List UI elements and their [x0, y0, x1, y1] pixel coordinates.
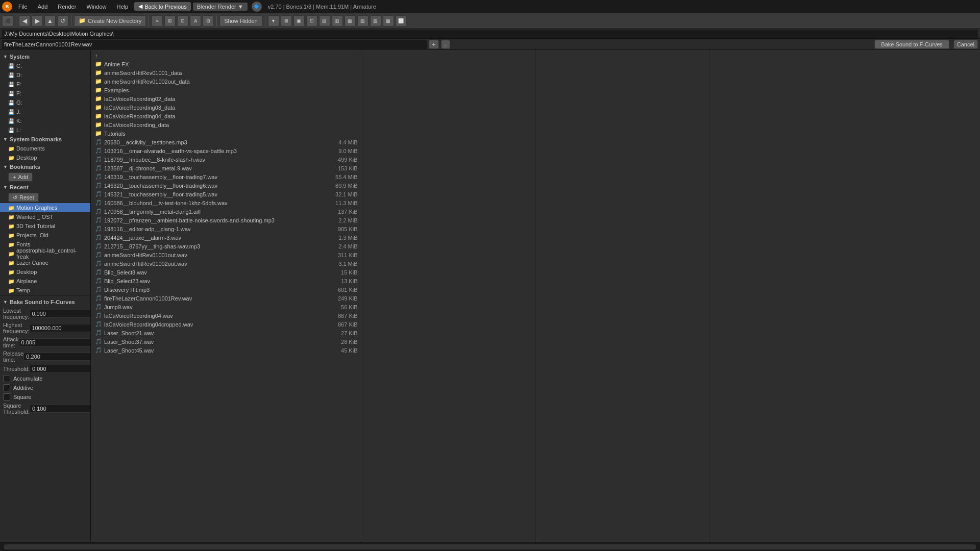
audio-file-23[interactable]: 🎵 Laser_Shoot37.wav 28 KiB	[91, 337, 362, 346]
nav-up-btn[interactable]: ▲	[44, 15, 56, 27]
filter-icon-8[interactable]: ▧	[357, 15, 369, 27]
create-new-dir-btn[interactable]: 📁 Create New Directory	[74, 15, 146, 27]
filter-icon-11[interactable]: ⬜	[396, 15, 407, 27]
cancel-btn[interactable]: Cancel	[953, 40, 978, 49]
audio-file-20[interactable]: 🎵 laCaVoiceRecording04.wav 867 KiB	[91, 311, 362, 320]
recent-section[interactable]: ▼ Recent	[0, 183, 90, 192]
filename-minus-btn[interactable]: -	[441, 40, 450, 49]
filter-btn[interactable]: ▼	[268, 15, 279, 27]
bake-section-header[interactable]: ▼ Bake Sound to F-Curves	[3, 297, 87, 307]
audio-file-2[interactable]: 🎵 118799__Imbubec__8-knife-slash-h.wav 4…	[91, 155, 362, 164]
recent-3d-text[interactable]: 📁 3D Text Tutorial	[0, 221, 90, 231]
audio-file-5[interactable]: 🎵 146320__touchassembly__floor-trading6.…	[91, 181, 362, 190]
filter-icon-2[interactable]: ⊠	[281, 15, 292, 27]
menu-add[interactable]: Add	[34, 3, 52, 11]
back-to-previous-btn[interactable]: ◀ Back to Previous	[134, 2, 191, 11]
bake-threshold-input[interactable]	[30, 365, 91, 373]
render-engine[interactable]: Blender Render ▼	[193, 3, 248, 11]
audio-file-3[interactable]: 🎵 123587__dj-chronos__metal-9.wav 153 Ki…	[91, 164, 362, 172]
filter-icon-4[interactable]: ⊡	[306, 15, 317, 27]
filename-plus-btn[interactable]: +	[429, 40, 439, 49]
recent-apostrophic[interactable]: 📁 apostrophic-lab_control-freak	[0, 249, 90, 258]
nav-reload-btn[interactable]: ↺	[57, 15, 68, 27]
sort-1-btn[interactable]: A	[190, 15, 201, 27]
recent-motion-graphics[interactable]: 📁 Motion Graphics	[0, 203, 90, 212]
bake-release-input[interactable]	[23, 353, 91, 361]
bookmarks-section[interactable]: ▼ Bookmarks	[0, 162, 90, 171]
system-section[interactable]: ▼ System	[0, 52, 90, 61]
reset-recent-btn[interactable]: ↺ Reset	[8, 193, 39, 202]
folder-laca-04[interactable]: 📁 laCaVoiceRecording04_data	[91, 112, 362, 120]
menu-window[interactable]: Window	[82, 3, 110, 11]
view-icon-btn[interactable]: ⊞	[164, 15, 176, 27]
drive-l[interactable]: 💾 L:	[0, 126, 90, 135]
audio-file-9[interactable]: 🎵 192072__pfranzen__ambient-battle-noise…	[91, 216, 362, 224]
drive-g[interactable]: 💾 G:	[0, 98, 90, 107]
bookmark-documents[interactable]: 📁 Documents	[0, 144, 90, 153]
folder-examples[interactable]: 📁 Examples	[91, 86, 362, 94]
folder-laca-data[interactable]: 📁 laCaVoiceRecording_data	[91, 120, 362, 129]
audio-file-13[interactable]: 🎵 animeSwordHitRev01001out.wav 311 KiB	[91, 251, 362, 259]
square-checkbox[interactable]	[3, 393, 10, 400]
bake-sound-btn[interactable]: Bake Sound to F-Curves	[874, 40, 949, 49]
show-hidden-btn[interactable]: Show Hidden	[219, 15, 262, 27]
filter-icon-7[interactable]: ▦	[345, 15, 356, 27]
folder-anime-fx[interactable]: 📁 Anime FX	[91, 60, 362, 68]
audio-file-21[interactable]: 🎵 laCaVoiceRecording04cropped.wav 867 Ki…	[91, 320, 362, 329]
drive-k[interactable]: 💾 K:	[0, 116, 90, 126]
audio-file-16[interactable]: 🎵 Blip_Select23.wav 13 KiB	[91, 277, 362, 285]
view-cols-btn[interactable]: ⊟	[177, 15, 188, 27]
filter-icon-6[interactable]: ▥	[332, 15, 343, 27]
audio-file-0[interactable]: 🎵 20680__acclivity__testtones.mp3 4.4 Mi…	[91, 138, 362, 146]
recent-desktop[interactable]: 📁 Desktop	[0, 267, 90, 277]
folder-anime-sword-2[interactable]: 📁 animeSwordHitRev01002out_data	[91, 77, 362, 86]
audio-file-19[interactable]: 🎵 Jump9.wav 56 KiB	[91, 303, 362, 311]
drive-j[interactable]: 💾 J:	[0, 107, 90, 116]
recent-projects-old[interactable]: 📁 Projects_Old	[0, 231, 90, 240]
recent-temp[interactable]: 📁 Temp	[0, 286, 90, 295]
filter-icon-3[interactable]: ▣	[293, 15, 305, 27]
menu-help[interactable]: Help	[113, 3, 133, 11]
audio-file-24[interactable]: 🎵 Laser_Shoot45.wav 45 KiB	[91, 346, 362, 355]
folder-anime-sword-1[interactable]: 📁 animeSwordHitRev01001_data	[91, 68, 362, 77]
recent-airplane[interactable]: 📁 Airplane	[0, 277, 90, 286]
audio-file-14[interactable]: 🎵 animeSwordHitRev01002out.wav 3.1 MiB	[91, 259, 362, 268]
audio-file-10[interactable]: 🎵 198116__editor-adp__clang-1.wav 905 Ki…	[91, 224, 362, 233]
add-bookmark-btn[interactable]: + Add	[8, 172, 33, 182]
audio-file-15[interactable]: 🎵 Blip_Select8.wav 15 KiB	[91, 268, 362, 277]
audio-file-8[interactable]: 🎵 170958__timgormly__metal-clang1.aiff 1…	[91, 207, 362, 216]
sort-2-btn[interactable]: ⊞	[203, 15, 214, 27]
horizontal-scrollbar[interactable]	[4, 544, 976, 549]
accumulate-checkbox[interactable]	[3, 375, 10, 382]
audio-file-6[interactable]: 🎵 146321__touchassembly__floor-trading5.…	[91, 190, 362, 198]
menu-file[interactable]: File	[14, 3, 32, 11]
audio-file-18[interactable]: 🎵 fireTheLazerCannon01001Rev.wav 249 KiB	[91, 294, 362, 303]
filename-input[interactable]	[2, 40, 427, 49]
system-bookmarks-section[interactable]: ▼ System Bookmarks	[0, 135, 90, 144]
audio-file-11[interactable]: 🎵 204424__jaraxe__alarm-3.wav 1.3 MiB	[91, 233, 362, 242]
path-input[interactable]	[2, 30, 978, 38]
nav-fwd-btn[interactable]: ▶	[32, 15, 43, 27]
audio-file-22[interactable]: 🎵 Laser_Shoot21.wav 27 KiB	[91, 329, 362, 337]
view-list-btn[interactable]: ≡	[152, 15, 163, 27]
audio-file-7[interactable]: 🎵 160586__blouhond__tv-test-tone-1khz-6d…	[91, 198, 362, 207]
bake-lowest-freq-input[interactable]	[29, 310, 91, 318]
audio-file-17[interactable]: 🎵 Discovery Hit.mp3 601 KiB	[91, 285, 362, 294]
drive-c[interactable]: 💾 C:	[0, 61, 90, 70]
audio-file-12[interactable]: 🎵 212715__8767yy__ting-shas-wav.mp3 2.4 …	[91, 242, 362, 251]
drive-f[interactable]: 💾 F:	[0, 89, 90, 98]
audio-file-1[interactable]: 🎵 103216__omar-alvarado__earth-vs-space-…	[91, 146, 362, 155]
bookmark-desktop[interactable]: 📁 Desktop	[0, 153, 90, 162]
drive-d[interactable]: 💾 D:	[0, 70, 90, 80]
bake-attack-input[interactable]	[19, 338, 91, 346]
filter-icon-10[interactable]: ▩	[383, 15, 394, 27]
audio-file-4[interactable]: 🎵 146319__touchassembly__floor-trading7.…	[91, 172, 362, 181]
folder-laca-03[interactable]: 📁 laCaVoiceRecording03_data	[91, 103, 362, 112]
additive-checkbox[interactable]	[3, 384, 10, 391]
menu-render[interactable]: Render	[54, 3, 80, 11]
bake-sq-threshold-input[interactable]	[30, 405, 91, 413]
toolbar-icon-1[interactable]: ⬛	[2, 15, 13, 27]
filter-icon-9[interactable]: ▨	[370, 15, 381, 27]
folder-tutorials[interactable]: 📁 Tutorials	[91, 129, 362, 138]
nav-back-btn[interactable]: ◀	[19, 15, 30, 27]
